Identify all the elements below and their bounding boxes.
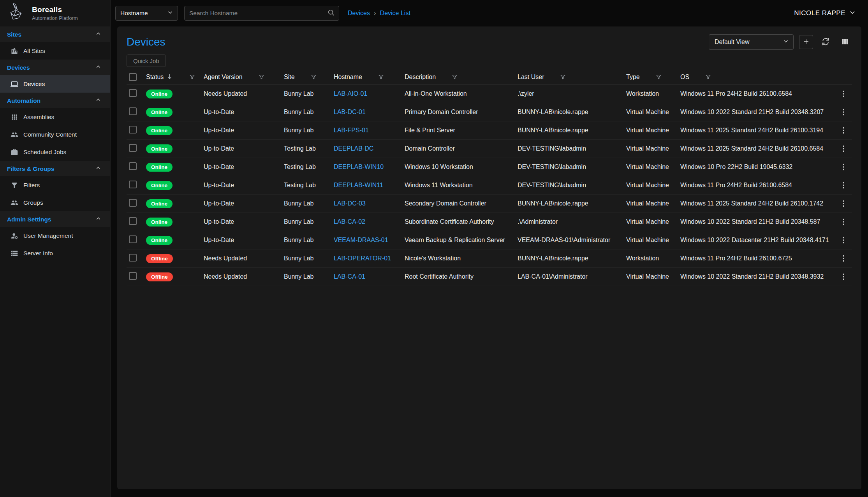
hostname-link[interactable]: LAB-FPS-01 xyxy=(334,127,369,133)
add-view-button[interactable] xyxy=(799,35,813,49)
row-menu-button[interactable] xyxy=(839,199,848,208)
column-header-os[interactable]: OS xyxy=(680,74,835,81)
row-menu-button[interactable] xyxy=(839,272,848,281)
hostname-link[interactable]: VEEAM-DRAAS-01 xyxy=(334,237,388,243)
filter-icon[interactable] xyxy=(378,74,384,80)
column-header-status[interactable]: Status xyxy=(146,73,204,81)
row-checkbox[interactable] xyxy=(129,235,137,243)
table-row[interactable]: Online Up-to-Date Testing Lab DEEPLAB-WI… xyxy=(127,176,852,195)
agent-version-cell: Up-to-Date xyxy=(204,237,284,244)
search-field-select[interactable]: Hostname xyxy=(115,6,178,21)
search-field-value: Hostname xyxy=(120,10,148,17)
hostname-link[interactable]: LAB-CA-01 xyxy=(334,273,365,280)
table-row[interactable]: Offline Needs Updated Bunny Lab LAB-CA-0… xyxy=(127,268,852,286)
table-row[interactable]: Offline Needs Updated Bunny Lab LAB-OPER… xyxy=(127,249,852,268)
row-checkbox[interactable] xyxy=(129,199,137,207)
refresh-button[interactable] xyxy=(819,35,833,49)
filter-icon[interactable] xyxy=(310,74,317,80)
row-checkbox[interactable] xyxy=(129,272,137,280)
sidebar-item-groups[interactable]: Groups xyxy=(0,194,110,211)
row-menu-button[interactable] xyxy=(839,254,848,263)
os-cell: Windows 11 2025 Standard 24H2 Build 2610… xyxy=(680,127,835,134)
row-menu-button[interactable] xyxy=(839,108,848,116)
row-menu-button[interactable] xyxy=(839,90,848,98)
breadcrumb-device-list[interactable]: Device List xyxy=(380,10,410,17)
row-checkbox[interactable] xyxy=(129,89,137,97)
table-row[interactable]: Online Up-to-Date Testing Lab DEEPLAB-DC… xyxy=(127,140,852,158)
column-header-description[interactable]: Description xyxy=(405,74,518,81)
hostname-link[interactable]: LAB-DC-03 xyxy=(334,200,366,207)
row-checkbox[interactable] xyxy=(129,107,137,115)
sidebar-section-filters-groups[interactable]: Filters & Groups xyxy=(0,161,110,176)
columns-button[interactable] xyxy=(838,35,852,49)
row-checkbox[interactable] xyxy=(129,217,137,225)
sidebar-item-community-content[interactable]: Community Content xyxy=(0,126,110,143)
app-logo[interactable]: Borealis Automation Platform xyxy=(0,0,110,26)
hostname-link[interactable]: DEEPLAB-WIN11 xyxy=(334,182,383,188)
chevron-up-icon xyxy=(95,165,102,173)
table-row[interactable]: Online Up-to-Date Bunny Lab LAB-CA-02 Su… xyxy=(127,213,852,231)
status-badge: Online xyxy=(146,199,173,208)
quick-job-button[interactable]: Quick Job xyxy=(127,54,166,67)
last-user-cell: .\Administrator xyxy=(518,218,626,225)
hostname-link[interactable]: LAB-OPERATOR-01 xyxy=(334,255,391,262)
community-content-icon xyxy=(10,130,19,139)
sidebar-item-assemblies[interactable]: Assemblies xyxy=(0,108,110,126)
row-menu-button[interactable] xyxy=(839,163,848,171)
table-row[interactable]: Online Up-to-Date Bunny Lab VEEAM-DRAAS-… xyxy=(127,231,852,249)
filter-icon[interactable] xyxy=(258,74,265,80)
column-header-agent-version[interactable]: Agent Version xyxy=(204,74,284,81)
row-checkbox[interactable] xyxy=(129,144,137,152)
column-header-hostname[interactable]: Hostname xyxy=(334,74,405,81)
table-row[interactable]: Online Up-to-Date Testing Lab DEEPLAB-WI… xyxy=(127,158,852,176)
table-row[interactable]: Online Needs Updated Bunny Lab LAB-AIO-0… xyxy=(127,85,852,103)
hostname-link[interactable]: LAB-CA-02 xyxy=(334,218,365,225)
sidebar-item-filters[interactable]: Filters xyxy=(0,176,110,194)
sidebar-item-scheduled-jobs[interactable]: Scheduled Jobs xyxy=(0,143,110,161)
row-checkbox[interactable] xyxy=(129,254,137,262)
table-row[interactable]: Online Up-to-Date Bunny Lab LAB-FPS-01 F… xyxy=(127,121,852,140)
column-header-last-user[interactable]: Last User xyxy=(518,74,626,81)
column-header-site[interactable]: Site xyxy=(284,74,334,81)
row-menu-button[interactable] xyxy=(839,126,848,135)
sidebar-item-user-management[interactable]: User Management xyxy=(0,227,110,244)
sidebar-section-sites[interactable]: Sites xyxy=(0,26,110,42)
row-menu-button[interactable] xyxy=(839,218,848,226)
sidebar-section-automation[interactable]: Automation xyxy=(0,93,110,108)
row-checkbox[interactable] xyxy=(129,162,137,170)
search-icon[interactable] xyxy=(327,9,335,18)
hostname-link[interactable]: DEEPLAB-WIN10 xyxy=(334,163,384,170)
user-menu[interactable]: NICOLE RAPPE xyxy=(794,9,856,18)
sidebar-item-server-info[interactable]: Server Info xyxy=(0,244,110,262)
last-user-cell: DEV-TESTING\labadmin xyxy=(518,163,626,170)
select-all-checkbox[interactable] xyxy=(129,73,137,81)
column-header-type[interactable]: Type xyxy=(626,74,680,81)
column-label: Last User xyxy=(518,74,544,81)
sidebar-item-all-sites[interactable]: All Sites xyxy=(0,42,110,60)
row-menu-button[interactable] xyxy=(839,236,848,244)
view-selector[interactable]: Default View xyxy=(709,34,794,50)
filter-icon[interactable] xyxy=(655,74,662,80)
filter-icon[interactable] xyxy=(189,74,195,80)
sidebar-item-label: Groups xyxy=(23,199,43,206)
table-row[interactable]: Online Up-to-Date Bunny Lab LAB-DC-01 Pr… xyxy=(127,103,852,121)
os-cell: Windows 11 2025 Standard 24H2 Build 2610… xyxy=(680,200,835,207)
filter-icon[interactable] xyxy=(560,74,566,80)
refresh-icon xyxy=(821,37,830,47)
sidebar-section-devices[interactable]: Devices xyxy=(0,60,110,75)
status-badge: Online xyxy=(146,163,173,172)
sidebar-item-devices[interactable]: Devices xyxy=(0,75,110,93)
filter-icon[interactable] xyxy=(705,74,711,80)
filter-icon[interactable] xyxy=(451,74,458,80)
table-row[interactable]: Online Up-to-Date Bunny Lab LAB-DC-03 Se… xyxy=(127,195,852,213)
sidebar-section-admin-settings[interactable]: Admin Settings xyxy=(0,211,110,227)
search-input[interactable] xyxy=(189,10,327,17)
row-checkbox[interactable] xyxy=(129,181,137,188)
hostname-link[interactable]: DEEPLAB-DC xyxy=(334,145,373,152)
hostname-link[interactable]: LAB-AIO-01 xyxy=(334,90,367,97)
row-checkbox[interactable] xyxy=(129,126,137,133)
row-menu-button[interactable] xyxy=(839,144,848,153)
breadcrumb-devices[interactable]: Devices xyxy=(348,10,370,17)
row-menu-button[interactable] xyxy=(839,181,848,190)
hostname-link[interactable]: LAB-DC-01 xyxy=(334,109,366,115)
